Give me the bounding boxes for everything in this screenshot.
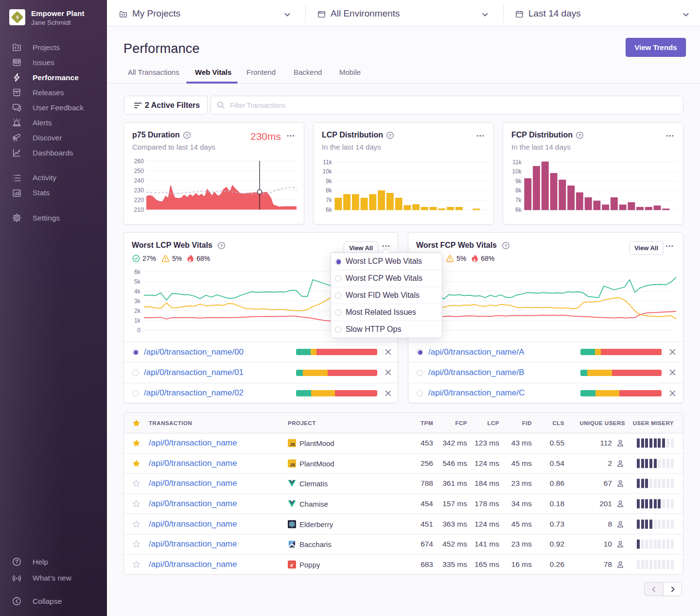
svg-text:11k: 11k bbox=[323, 159, 332, 166]
svg-text:6k: 6k bbox=[326, 206, 332, 213]
svg-text:JS: JS bbox=[290, 462, 296, 467]
svg-text:3k: 3k bbox=[134, 298, 141, 305]
svg-text:8k: 8k bbox=[515, 187, 522, 194]
svg-text:e: e bbox=[291, 561, 294, 568]
svg-text:9k: 9k bbox=[515, 178, 522, 185]
svg-text:6k: 6k bbox=[515, 206, 522, 213]
svg-text:6k: 6k bbox=[134, 269, 141, 275]
svg-text:10k: 10k bbox=[512, 168, 522, 175]
svg-text:210: 210 bbox=[134, 206, 144, 213]
svg-text:7k: 7k bbox=[326, 197, 332, 204]
svg-text:240: 240 bbox=[134, 177, 144, 184]
svg-text:220: 220 bbox=[134, 197, 144, 204]
svg-text:?: ? bbox=[15, 559, 18, 565]
svg-text:5k: 5k bbox=[134, 278, 141, 285]
svg-text:230: 230 bbox=[134, 187, 144, 194]
svg-text:11k: 11k bbox=[512, 159, 522, 166]
svg-text:260: 260 bbox=[134, 158, 144, 165]
svg-text:JS: JS bbox=[290, 442, 296, 447]
svg-text:1k: 1k bbox=[134, 317, 141, 324]
svg-text:2k: 2k bbox=[134, 308, 141, 314]
svg-text:8k: 8k bbox=[326, 187, 332, 194]
svg-text:4k: 4k bbox=[134, 288, 141, 295]
svg-text:9k: 9k bbox=[326, 178, 332, 185]
svg-text:10k: 10k bbox=[322, 168, 332, 175]
svg-text:0: 0 bbox=[137, 327, 140, 334]
svg-text:250: 250 bbox=[134, 168, 144, 174]
svg-text:7k: 7k bbox=[515, 197, 522, 204]
